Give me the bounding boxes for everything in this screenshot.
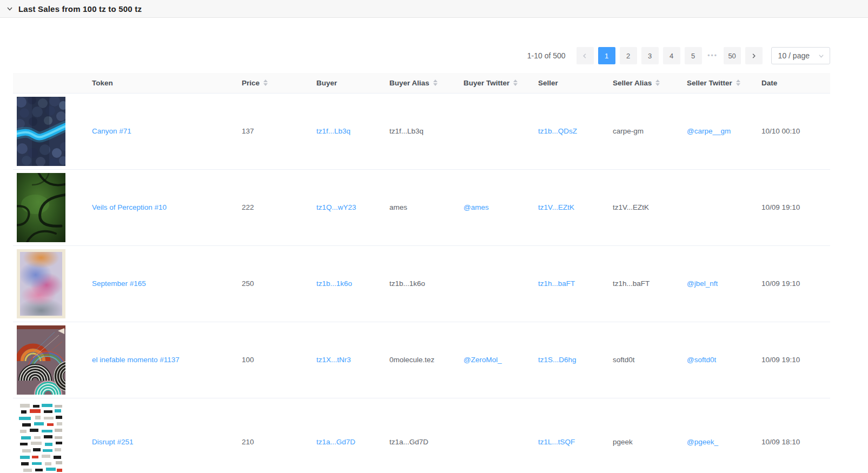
buyer-link[interactable]: tz1Q...wY23: [316, 203, 356, 211]
col-header-seller: Seller: [538, 73, 613, 93]
page-button-50[interactable]: 50: [724, 47, 741, 64]
buyer-twitter-link[interactable]: @ames: [463, 203, 489, 211]
table-header-row: Token Price Buyer Buyer Alias Buyer Twit…: [13, 73, 830, 93]
seller-link[interactable]: tz1V...EZtK: [538, 203, 574, 211]
seller-alias-cell: tz1V...EZtK: [613, 169, 687, 245]
token-link[interactable]: Canyon #71: [92, 127, 131, 135]
token-link[interactable]: el inefable momento #1137: [92, 356, 180, 364]
buyer-alias-cell: tz1a...Gd7D: [389, 398, 463, 473]
col-header-date: Date: [761, 73, 830, 93]
seller-alias-cell: carpe-gm: [613, 93, 687, 169]
seller-twitter-link[interactable]: @pgeek_: [687, 438, 718, 446]
token-cell: Canyon #71: [92, 93, 242, 169]
prev-page-button[interactable]: [577, 47, 594, 64]
token-thumbnail-canyon[interactable]: [17, 97, 65, 166]
seller-twitter-cell: @carpe__gm: [687, 93, 761, 169]
chevron-down-icon[interactable]: [6, 5, 13, 12]
buyer-link[interactable]: tz1f...Lb3q: [316, 127, 350, 135]
seller-twitter-link[interactable]: @jbel_nft: [687, 279, 718, 288]
seller-link[interactable]: tz1h...baFT: [538, 279, 575, 288]
price-cell: 100: [242, 322, 316, 398]
date-cell: 10/09 19:10: [761, 322, 830, 398]
token-link[interactable]: Disrupt #251: [92, 438, 134, 446]
date-cell: 10/09 19:10: [761, 169, 830, 245]
sales-table: Token Price Buyer Buyer Alias Buyer Twit…: [13, 73, 830, 473]
token-cell: September #165: [92, 245, 242, 322]
date-cell: 10/10 00:10: [761, 93, 830, 169]
seller-link[interactable]: tz1b...QDsZ: [538, 127, 577, 135]
price-cell: 222: [242, 169, 316, 245]
seller-alias-cell: pgeek: [613, 398, 687, 473]
page-button-1[interactable]: 1: [598, 47, 615, 64]
buyer-link[interactable]: tz1a...Gd7D: [316, 438, 355, 446]
col-header-seller-alias[interactable]: Seller Alias: [613, 73, 687, 93]
page-title: Last Sales from 100 tz to 500 tz: [18, 4, 142, 14]
buyer-twitter-cell: @ZeroMol_: [463, 322, 538, 398]
token-thumbnail-disrupt[interactable]: [17, 402, 65, 473]
date-cell: 10/09 18:10: [761, 398, 830, 473]
price-cell: 210: [242, 398, 316, 473]
page-button-3[interactable]: 3: [641, 47, 659, 64]
pagination: 1-10 of 500 1 2 3 4 5 ••• 50 10 / page: [13, 47, 830, 64]
token-cell: el inefable momento #1137: [92, 322, 242, 398]
page-size-select[interactable]: 10 / page: [771, 47, 830, 64]
seller-twitter-cell: [687, 169, 761, 245]
seller-link[interactable]: tz1S...D6hg: [538, 356, 577, 364]
sort-caret-icon[interactable]: [655, 79, 660, 86]
buyer-link[interactable]: tz1b...1k6o: [316, 279, 352, 288]
page-button-4[interactable]: 4: [663, 47, 680, 64]
token-cell: Veils of Perception #10: [92, 169, 242, 245]
price-cell: 250: [242, 245, 316, 322]
col-header-buyer: Buyer: [316, 73, 389, 93]
table-row: Canyon #71 137 tz1f...Lb3q tz1f...Lb3q t…: [13, 93, 830, 169]
col-header-buyer-alias[interactable]: Buyer Alias: [389, 73, 463, 93]
col-header-seller-twitter[interactable]: Seller Twitter: [687, 73, 761, 93]
buyer-cell: tz1f...Lb3q: [316, 93, 389, 169]
seller-alias-cell: softd0t: [613, 322, 687, 398]
table-row: el inefable momento #1137 100 tz1X...tNr…: [13, 322, 830, 398]
buyer-cell: tz1Q...wY23: [316, 169, 389, 245]
date-cell: 10/09 19:10: [761, 245, 830, 322]
token-thumbnail-veils[interactable]: [17, 173, 65, 242]
seller-cell: tz1L...tSQF: [538, 398, 613, 473]
sort-caret-icon[interactable]: [433, 79, 438, 86]
seller-twitter-link[interactable]: @carpe__gm: [687, 127, 731, 135]
page-size-value: 10 / page: [778, 51, 810, 60]
token-thumbnail-momento[interactable]: [17, 325, 65, 395]
buyer-cell: tz1a...Gd7D: [316, 398, 389, 473]
table-row: Veils of Perception #10 222 tz1Q...wY23 …: [13, 169, 830, 245]
buyer-twitter-cell: [463, 93, 538, 169]
token-thumbnail-september[interactable]: [17, 249, 65, 318]
seller-cell: tz1h...baFT: [538, 245, 613, 322]
seller-cell: tz1b...QDsZ: [538, 93, 613, 169]
seller-twitter-link[interactable]: @softd0t: [687, 356, 716, 364]
seller-twitter-cell: @pgeek_: [687, 398, 761, 473]
buyer-twitter-link[interactable]: @ZeroMol_: [463, 356, 502, 364]
col-header-price[interactable]: Price: [242, 73, 316, 93]
page-button-5[interactable]: 5: [685, 47, 702, 64]
sort-caret-icon[interactable]: [736, 79, 740, 86]
col-header-buyer-twitter[interactable]: Buyer Twitter: [463, 73, 538, 93]
buyer-alias-cell: tz1f...Lb3q: [389, 93, 463, 169]
table-row: September #165 250 tz1b...1k6o tz1b...1k…: [13, 245, 830, 322]
more-pages-ellipsis[interactable]: •••: [706, 47, 719, 64]
price-cell: 137: [242, 93, 316, 169]
buyer-cell: tz1b...1k6o: [316, 245, 389, 322]
sort-caret-icon[interactable]: [513, 79, 518, 86]
sort-caret-icon[interactable]: [263, 79, 268, 86]
seller-twitter-cell: @jbel_nft: [687, 245, 761, 322]
buyer-link[interactable]: tz1X...tNr3: [316, 356, 351, 364]
buyer-twitter-cell: [463, 245, 538, 322]
seller-cell: tz1V...EZtK: [538, 169, 613, 245]
seller-twitter-cell: @softd0t: [687, 322, 761, 398]
buyer-twitter-cell: @ames: [463, 169, 538, 245]
token-link[interactable]: September #165: [92, 279, 146, 288]
section-header: Last Sales from 100 tz to 500 tz: [0, 0, 868, 18]
token-link[interactable]: Veils of Perception #10: [92, 203, 167, 211]
pagination-total: 1-10 of 500: [527, 51, 566, 60]
page-button-2[interactable]: 2: [620, 47, 637, 64]
next-page-button[interactable]: [745, 47, 763, 64]
token-cell: Disrupt #251: [92, 398, 242, 473]
buyer-alias-cell: ames: [389, 169, 463, 245]
seller-link[interactable]: tz1L...tSQF: [538, 438, 575, 446]
